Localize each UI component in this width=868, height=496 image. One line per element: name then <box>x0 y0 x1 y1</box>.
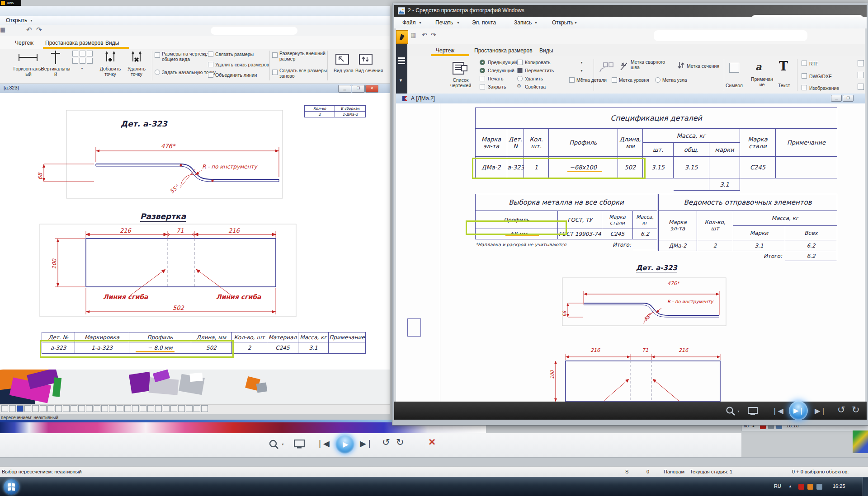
slideshow-play-button[interactable]: ▶❘ <box>789 401 808 420</box>
drawing-toolbar[interactable] <box>0 404 390 414</box>
taskbar-language[interactable]: RU <box>774 483 781 489</box>
copy-button[interactable]: Копировать <box>525 60 551 65</box>
save-icon[interactable]: ▦ <box>410 32 416 38</box>
actual-size-icon[interactable] <box>748 407 758 415</box>
toolbar-icon[interactable] <box>170 405 177 412</box>
section-mark-button[interactable]: Метка сечения <box>687 63 719 69</box>
actual-size-icon[interactable] <box>294 440 305 449</box>
next-button[interactable]: Следующий <box>488 68 514 73</box>
right-viewer-titlebar[interactable]: 2 - Средство просмотра фотографий Window… <box>394 5 867 17</box>
dim-tool-icon[interactable] <box>72 58 78 64</box>
app-button[interactable] <box>396 30 408 44</box>
close-button[interactable]: ✕ <box>365 85 378 93</box>
zoom-icon[interactable] <box>726 406 736 416</box>
chevron-down-icon[interactable]: ▼ <box>580 69 583 72</box>
toolbar-icon[interactable] <box>47 405 54 412</box>
toolbar-icon[interactable] <box>186 405 193 412</box>
node-view-icon[interactable] <box>335 52 349 65</box>
toolbar-icon[interactable] <box>78 405 85 412</box>
left-3d-viewport-fragment[interactable] <box>0 370 390 404</box>
horizontal-dim-icon[interactable] <box>17 51 39 63</box>
left-viewer-titlebar[interactable] <box>0 6 390 16</box>
chevron-down-icon[interactable]: ▼ <box>737 410 740 413</box>
toolbar-icon[interactable] <box>201 405 208 412</box>
toolbar-icon[interactable] <box>9 405 16 412</box>
menu-open[interactable]: Открыть <box>552 19 573 26</box>
toolbar-icon[interactable] <box>155 405 162 412</box>
rotate-cw-icon[interactable]: ↻ <box>396 437 404 448</box>
chevron-down-icon[interactable]: ▼ <box>80 67 84 70</box>
dwg-button[interactable]: DWG/DXF <box>809 74 832 79</box>
unlink-dims-button[interactable]: Удалить связь размеров <box>215 62 269 67</box>
print-button[interactable]: Печать <box>488 76 503 81</box>
node-view-button[interactable]: Вид узла <box>334 68 354 73</box>
move-button[interactable]: Переместить <box>525 68 554 73</box>
toolbar-icon[interactable] <box>55 405 62 412</box>
drawing-list-icon[interactable] <box>453 62 468 75</box>
tray-icon-red[interactable] <box>798 484 804 490</box>
cut-icon[interactable] <box>858 60 864 66</box>
menu-file[interactable]: Файл <box>402 19 416 26</box>
section-view-icon[interactable] <box>359 52 373 65</box>
toolbar-icon[interactable] <box>17 405 24 412</box>
left-drawing-canvas[interactable]: Кол-воВ сборках 21-ДМа-2 Дет. а-323 <box>0 93 390 370</box>
weld-mark-button[interactable]: Метка сварного шва <box>631 59 665 70</box>
chevron-down-icon[interactable]: ▼ <box>399 78 403 83</box>
chevron-down-icon[interactable]: ▼ <box>30 19 33 22</box>
link-dims-button[interactable]: Связать размеры <box>215 51 254 57</box>
delete-point-button[interactable]: Удалить точку <box>123 66 150 77</box>
next-button[interactable]: ▶❘ <box>360 439 373 449</box>
toolbar-icon[interactable] <box>132 405 139 412</box>
chevron-down-icon[interactable]: ▼ <box>281 443 284 446</box>
recreate-dims-button[interactable]: Создать все размеры заново <box>279 68 327 79</box>
menu-email[interactable]: Эл. почта <box>472 19 496 26</box>
sidebar[interactable]: ▼ <box>396 44 407 94</box>
toolbar-icon[interactable] <box>109 405 116 412</box>
horizontal-dim-button[interactable]: Горизонтальн ый <box>13 66 44 77</box>
toolbar-icon[interactable] <box>32 405 39 412</box>
expand-dim-button[interactable]: Развернуть внешний размер <box>279 51 326 61</box>
toolbar-icon[interactable] <box>63 405 70 412</box>
right-doc-content[interactable]: Спецификация деталей Марка эл-та Дет. N … <box>396 103 865 402</box>
chevron-down-icon[interactable]: ▼ <box>580 61 583 64</box>
angle-dim-icon[interactable] <box>87 58 93 64</box>
image-button[interactable]: Изображение <box>809 85 839 91</box>
drawing-list-button[interactable]: Список чертежей <box>447 77 474 88</box>
toolbar-icon[interactable] <box>163 405 170 412</box>
rtf-button[interactable]: RTF <box>809 61 818 66</box>
tab-chertezh[interactable]: Чертеж <box>15 40 33 46</box>
symbol-button[interactable]: Символ <box>726 83 743 88</box>
dims-general-button[interactable]: Размеры на чертеже общего вида <box>162 51 208 62</box>
toolbar-icon[interactable] <box>140 405 146 412</box>
toolbar-icon[interactable] <box>24 405 31 412</box>
right-doc-titlebar[interactable]: А [ДМа.2] ▁ ❐ <box>396 94 865 104</box>
section-view-button[interactable]: Вид сечения <box>355 68 383 73</box>
close-doc-button[interactable]: Закрыть <box>488 84 506 89</box>
tray-icon-orange[interactable] <box>807 484 813 490</box>
previous-button[interactable]: Предыдущий <box>488 60 517 65</box>
toolbar-icon[interactable] <box>101 405 108 412</box>
redo-icon[interactable]: ↷ <box>431 31 436 38</box>
toolbar-icon[interactable] <box>117 405 123 412</box>
add-point-icon[interactable] <box>103 50 118 65</box>
cut-icon[interactable] <box>858 72 864 78</box>
cut-icon[interactable] <box>858 84 864 90</box>
toolbar-icon[interactable] <box>1 405 8 412</box>
add-point-button[interactable]: Добавить точку <box>96 66 125 77</box>
undo-icon[interactable]: ↶ <box>26 26 32 34</box>
save-icon[interactable]: ▦ <box>0 26 5 33</box>
menu-open[interactable]: Открыть <box>6 17 27 23</box>
toolbar-icon[interactable] <box>71 405 77 412</box>
undo-icon[interactable]: ↶ <box>422 31 427 38</box>
dim-tool-icon[interactable] <box>87 51 93 56</box>
dim-tool-icon[interactable] <box>80 58 85 64</box>
next-button[interactable]: ▶❘ <box>815 407 826 415</box>
toolbar-icon[interactable] <box>124 405 131 412</box>
delete-point-icon[interactable] <box>129 50 145 65</box>
left-doc-titlebar[interactable]: [a.323] ▁ ❐ ✕ <box>0 84 390 94</box>
level-mark-button[interactable]: Метка уровня <box>619 77 649 83</box>
toolbar-icon[interactable] <box>178 405 185 412</box>
tab-vidy[interactable]: Виды <box>105 40 119 46</box>
vertical-dim-icon[interactable] <box>49 50 62 65</box>
previous-button[interactable]: ❘◀ <box>316 439 330 449</box>
